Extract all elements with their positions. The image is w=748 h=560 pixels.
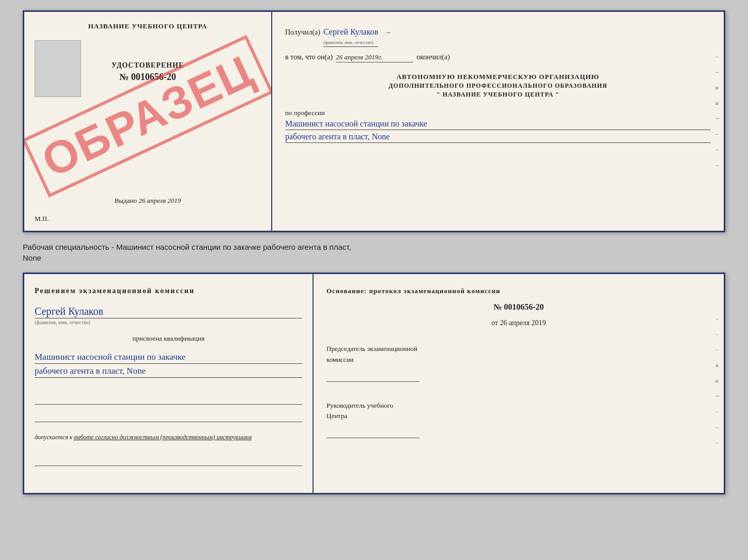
okonchil-label: окончил(а) xyxy=(416,53,450,61)
person-block: Сергей Кулаков (фамилия, имя, отчество) xyxy=(35,306,302,325)
org-title2: ДОПОЛНИТЕЛЬНОГО ПРОФЕССИОНАЛЬНОГО ОБРАЗО… xyxy=(285,82,711,90)
top-doc-left: НАЗВАНИЕ УЧЕБНОГО ЦЕНТРА ОБРАЗЕЦ УДОСТОВ… xyxy=(24,12,272,231)
rukovoditel-label1: Руководитель учебного xyxy=(326,401,711,411)
vydano-line: Выдано 26 апреля 2019 xyxy=(24,197,271,205)
date-value: 26 апреля 2019г. xyxy=(336,53,413,62)
sig-line-2 xyxy=(35,410,302,422)
side-marks: – – и а ← – – – xyxy=(715,53,721,168)
dopuskaetsya-block: допускается к работе согласно должностны… xyxy=(35,434,302,441)
profession-line1: Машинист насосной станции по закачке xyxy=(285,119,711,130)
person-hint: (фамилия, имя, отчество) xyxy=(35,319,302,325)
caption-text1: Рабочая специальность - Машинист насосно… xyxy=(23,242,725,252)
komissia-title: Решением экзаменационной комиссии xyxy=(35,287,302,295)
ot-date: от 26 апреля 2019 xyxy=(326,319,711,327)
poluchil-line: Получил(а) Сергей Кулаков (фамилия, имя,… xyxy=(285,27,711,47)
qualification-line1: Машинист насосной станции по закачке xyxy=(35,352,302,364)
prisvoena-label: присвоена квалификация xyxy=(35,334,302,343)
top-left-center-title: НАЗВАНИЕ УЧЕБНОГО ЦЕНТРА xyxy=(88,22,208,30)
qualification-block: Машинист насосной станции по закачке раб… xyxy=(35,350,302,378)
caption: Рабочая специальность - Машинист насосно… xyxy=(23,242,725,263)
po-professii: по профессии Машинист насосной станции п… xyxy=(285,109,711,143)
dopuskaetsya-value: работе согласно должностным (производств… xyxy=(74,434,252,441)
org-title1: АВТОНОМНУЮ НЕКОММЕРЧЕСКУЮ ОРГАНИЗАЦИЮ xyxy=(285,73,711,81)
profession-line2: рабочего агента в пласт, None xyxy=(285,132,711,143)
empty-lines xyxy=(35,388,302,422)
caption-text2: None xyxy=(23,252,725,263)
protocol-num: № 0010656-20 xyxy=(326,302,711,312)
vtom-line: в том, что он(а) 26 апреля 2019г. окончи… xyxy=(285,53,711,62)
poluchil-label: Получил(а) xyxy=(285,28,320,37)
ot-label: от xyxy=(491,319,498,327)
top-document: НАЗВАНИЕ УЧЕБНОГО ЦЕНТРА ОБРАЗЕЦ УДОСТОВ… xyxy=(23,10,725,232)
chairman-label1: Председатель экзаменационной xyxy=(326,344,711,355)
bottom-doc-left: Решением экзаменационной комиссии Сергей… xyxy=(24,274,314,493)
vydano-label: Выдано xyxy=(115,197,137,204)
sig-line-1 xyxy=(35,392,302,405)
recipient-name: Сергей Кулаков (фамилия, имя, отчество) xyxy=(323,27,378,47)
po-professii-label: по профессии xyxy=(285,109,325,117)
udostoverenie-num: № 0010656-20 xyxy=(112,72,184,83)
mp-label: М.П. xyxy=(35,215,49,223)
photo-placeholder xyxy=(35,40,81,97)
vtom-label: в том, что он(а) xyxy=(285,53,333,61)
chairman-sig-line xyxy=(326,370,419,382)
dopuskaetsya-label: допускается к xyxy=(35,434,72,441)
org-name: " НАЗВАНИЕ УЧЕБНОГО ЦЕНТРА " xyxy=(285,91,711,99)
vydano-date: 26 апреля 2019 xyxy=(138,197,181,204)
rukovoditel-label2: Центра xyxy=(326,411,711,422)
chairman-block: Председатель экзаменационной комиссии xyxy=(326,344,711,382)
sig-line-3 xyxy=(35,454,302,466)
side-marks-bottom: – – – и а ← – – – xyxy=(715,315,721,445)
ot-date-value: 26 апреля 2019 xyxy=(500,319,546,327)
udostoverenie-label: УДОСТОВЕРЕНИЕ xyxy=(112,61,184,70)
bottom-document: Решением экзаменационной комиссии Сергей… xyxy=(23,273,725,494)
rukovoditel-block: Руководитель учебного Центра xyxy=(326,401,711,439)
chairman-label2: комиссии xyxy=(326,355,711,365)
top-doc-right: Получил(а) Сергей Кулаков (фамилия, имя,… xyxy=(272,12,724,231)
osnovaniye-label: Основание: протокол экзаменационной коми… xyxy=(326,287,711,295)
qualification-line2: рабочего агента в пласт, None xyxy=(35,366,302,378)
person-name: Сергей Кулаков xyxy=(35,306,302,318)
recipient-hint: (фамилия, имя, отчество) xyxy=(323,40,373,45)
rukovoditel-sig-line xyxy=(326,426,419,438)
udostoverenie-block: УДОСТОВЕРЕНИЕ № 0010656-20 xyxy=(112,61,184,83)
bottom-doc-right: Основание: протокол экзаменационной коми… xyxy=(314,274,724,493)
